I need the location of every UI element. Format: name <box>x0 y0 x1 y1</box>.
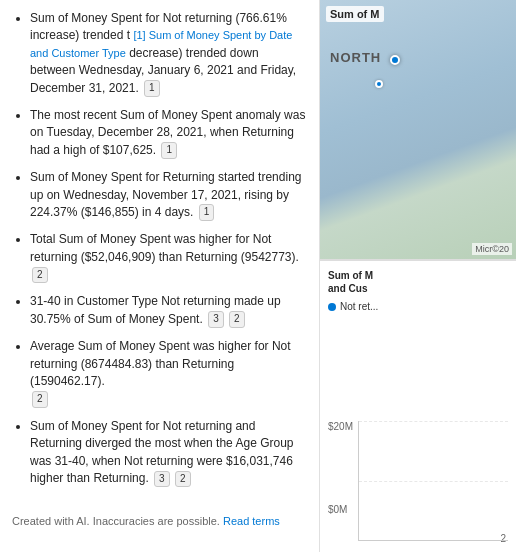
list-item: 31-40 in Customer Type Not returning mad… <box>30 293 307 328</box>
list-item: Sum of Money Spent for Not returning (76… <box>30 10 307 97</box>
badge-3: 1 <box>199 204 215 221</box>
badge-2: 1 <box>161 142 177 159</box>
list-item: Average Sum of Money Spent was higher fo… <box>30 338 307 408</box>
map-dot-secondary <box>375 80 383 88</box>
footer-static: Created with AI. Inaccuracies are possib… <box>12 515 220 527</box>
bullet-text-6: Average Sum of Money Spent was higher fo… <box>30 339 291 388</box>
badge-5b: 2 <box>229 311 245 328</box>
y-axis-labels: $20M $0M <box>328 421 353 515</box>
badge-7a: 3 <box>154 471 170 488</box>
bullet-text-3: Sum of Money Spent for Returning started… <box>30 170 301 219</box>
list-item: Total Sum of Money Spent was higher for … <box>30 231 307 283</box>
badge-1: 1 <box>144 80 160 97</box>
list-item: Sum of Money Spent for Returning started… <box>30 169 307 221</box>
chart-legend: Not ret... <box>328 301 508 312</box>
grid-line-top <box>359 421 508 422</box>
grid-line-mid <box>359 481 508 482</box>
map-background: Sum of M NORTH Micr©20 <box>320 0 516 259</box>
badge-7b: 2 <box>175 471 191 488</box>
legend-dot <box>328 303 336 311</box>
footer: Created with AI. Inaccuracies are possib… <box>12 509 307 527</box>
insights-panel: Sum of Money Spent for Not returning (76… <box>0 0 320 552</box>
map-title: Sum of M <box>326 6 384 22</box>
list-item: The most recent Sum of Money Spent anoma… <box>30 107 307 159</box>
chart-section: Sum of M and Cus Not ret... $20M $0M <box>320 260 516 552</box>
main-container: Sum of Money Spent for Not returning (76… <box>0 0 516 552</box>
map-label: NORTH <box>330 50 381 65</box>
read-terms-link[interactable]: Read terms <box>223 515 280 527</box>
legend-label: Not ret... <box>340 301 378 312</box>
bullet-text-4: Total Sum of Money Spent was higher for … <box>30 232 299 263</box>
map-dot-primary <box>390 55 400 65</box>
bullet-list: Sum of Money Spent for Not returning (76… <box>12 10 307 497</box>
map-section: Sum of M NORTH Micr©20 <box>320 0 516 260</box>
badge-5a: 3 <box>208 311 224 328</box>
chart-plot <box>358 421 508 541</box>
chart-area: $20M $0M 2 <box>328 320 508 544</box>
list-item: Sum of Money Spent for Not returning and… <box>30 418 307 488</box>
y-label-high: $20M <box>328 421 353 432</box>
chart-title: Sum of M and Cus <box>328 269 508 295</box>
chart-body: $20M $0M <box>328 421 508 531</box>
y-label-low: $0M <box>328 504 353 515</box>
map-branding: Micr©20 <box>472 243 512 255</box>
badge-4: 2 <box>32 267 48 284</box>
badge-6: 2 <box>32 391 48 408</box>
right-panel: Sum of M NORTH Micr©20 Sum of M and Cus … <box>320 0 516 552</box>
